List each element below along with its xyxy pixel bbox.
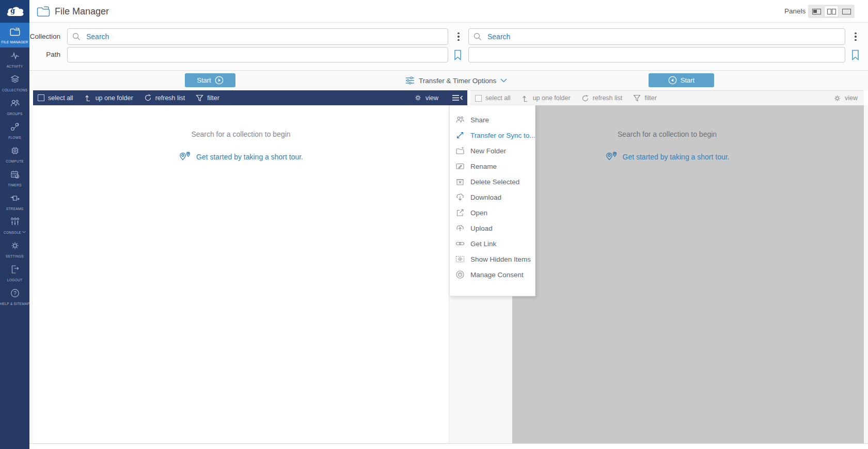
rename-icon [455, 162, 465, 171]
streams-icon [10, 193, 20, 205]
sidebar-item-label: CONSOLE [4, 231, 21, 234]
path-input-right[interactable] [468, 47, 845, 62]
refresh-list-label: refresh list [155, 94, 185, 102]
open-icon [455, 208, 465, 217]
transfer-timer-options-toggle[interactable]: Transfer & Timer Options [405, 71, 507, 90]
filter-button-left[interactable]: filter [196, 94, 219, 102]
sidebar: g FILE MANAGER ACTIVITY [0, 0, 29, 449]
menu-item-label: Get Link [470, 240, 496, 248]
main-area: File Manager Panels Collection Path [29, 0, 868, 449]
menu-item-delete-selected[interactable]: Delete Selected [450, 174, 535, 189]
chevron-down-icon [500, 78, 507, 83]
sidebar-item-streams[interactable]: STREAMS [0, 190, 29, 214]
refresh-list-label: refresh list [593, 94, 623, 102]
up-one-folder-label: up one folder [96, 94, 133, 102]
chip-icon [10, 146, 20, 158]
sidebar-item-groups[interactable]: GROUPS [0, 95, 29, 119]
sidebar-item-timers[interactable]: TIMERS [0, 166, 29, 190]
collapse-action-menu-button[interactable] [452, 94, 463, 101]
refresh-list-button-left[interactable]: refresh list [144, 94, 185, 102]
share-icon [455, 115, 465, 124]
sidebar-item-settings[interactable]: SETTINGS [0, 237, 29, 261]
up-one-folder-label: up one folder [533, 94, 571, 102]
play-left-icon [668, 76, 677, 85]
select-all-label: select all [485, 94, 511, 102]
up-one-folder-button-left[interactable]: up one folder [84, 94, 133, 102]
checkbox-icon [38, 94, 44, 101]
menu-item-get-link[interactable]: Get Link [450, 236, 535, 251]
view-label: view [425, 94, 438, 102]
menu-item-open[interactable]: Open [450, 205, 535, 220]
collection-search-input-left[interactable] [67, 28, 448, 45]
collection-options-menu-left[interactable] [454, 28, 463, 45]
sidebar-item-file-manager[interactable]: FILE MANAGER [0, 23, 29, 47]
menu-item-rename[interactable]: Rename [450, 158, 535, 174]
sidebar-item-compute[interactable]: COMPUTE [0, 142, 29, 166]
up-folder-icon [84, 94, 92, 102]
panel-layout-single-right-button[interactable] [840, 6, 853, 17]
sidebar-item-activity[interactable]: ACTIVITY [0, 47, 29, 71]
menu-item-new-folder[interactable]: New Folder [450, 143, 535, 158]
transfer-bar: Start Transfer & Timer Options [29, 71, 868, 90]
left-file-panel: Search for a collection to begin Get sta… [33, 105, 449, 443]
menu-item-label: Open [470, 209, 487, 217]
select-all-label: select all [48, 94, 73, 102]
sidebar-item-collections[interactable]: COLLECTIONS [0, 71, 29, 95]
refresh-icon [581, 94, 589, 102]
start-button-label: Start [197, 76, 211, 84]
sidebar-item-help[interactable]: ? HELP & SITEMAP [0, 285, 29, 309]
menu-item-download[interactable]: Download [450, 189, 535, 205]
path-input-left[interactable] [67, 47, 448, 62]
select-all-button-left[interactable]: select all [38, 94, 73, 102]
bookmark-icon-right[interactable] [850, 47, 860, 62]
panel-layout-single-left-button[interactable] [810, 6, 823, 17]
left-empty-state: Search for a collection to begin Get sta… [33, 105, 449, 162]
menu-item-label: Delete Selected [470, 178, 519, 186]
filter-label: filter [207, 94, 219, 102]
panel-layout-double-button[interactable] [825, 6, 838, 17]
refresh-list-button-right[interactable]: refresh list [581, 94, 623, 102]
single-panel-icon [842, 9, 851, 14]
menu-item-share[interactable]: Share [450, 112, 535, 127]
sidebar-item-console[interactable]: CONSOLE [0, 214, 29, 237]
gear-icon [833, 94, 841, 102]
start-transfer-left-button[interactable]: Start [185, 73, 235, 87]
menu-item-upload[interactable]: Upload [450, 220, 535, 236]
sidebar-item-label: ACTIVITY [7, 65, 23, 68]
tour-link-left[interactable]: Get started by taking a short tour. [33, 152, 449, 162]
menu-item-label: Show Hidden Items [470, 255, 531, 263]
sidebar-item-logout[interactable]: LOGOUT [0, 261, 29, 285]
view-button-left[interactable]: view [414, 94, 438, 102]
svg-text:?: ? [13, 290, 17, 296]
menu-item-manage-consent[interactable]: Manage Consent [450, 267, 535, 282]
sidebar-item-label: LOGOUT [7, 278, 22, 282]
menu-item-transfer-or-sync[interactable]: Transfer or Sync to... [450, 127, 535, 143]
collection-search-input-right[interactable] [468, 28, 845, 45]
sidebar-item-label: SETTINGS [6, 254, 24, 258]
sidebar-item-flows[interactable]: FLOWS [0, 119, 29, 142]
start-transfer-right-button[interactable]: Start [649, 73, 714, 87]
menu-item-label: Transfer or Sync to... [470, 132, 535, 139]
filter-button-right[interactable]: filter [633, 94, 657, 102]
search-icon [473, 32, 482, 41]
single-panel-icon [812, 9, 821, 14]
menu-item-label: Rename [470, 163, 497, 170]
collection-options-menu-right[interactable] [851, 28, 860, 45]
funnel-icon [196, 94, 203, 102]
sidebar-item-label: STREAMS [6, 207, 24, 211]
menu-item-show-hidden-items[interactable]: Show Hidden Items [450, 251, 535, 267]
file-manager-app: g FILE MANAGER ACTIVITY [0, 0, 868, 449]
bookmark-icon-left[interactable] [453, 47, 462, 62]
up-one-folder-button-right[interactable]: up one folder [522, 94, 571, 102]
calendar-clock-icon [10, 169, 20, 182]
people-icon [10, 98, 20, 110]
view-button-right[interactable]: view [833, 94, 858, 102]
tour-link-label: Get started by taking a short tour. [623, 153, 730, 161]
select-all-button-right[interactable]: select all [475, 94, 511, 102]
globus-logo[interactable]: g [0, 0, 29, 23]
menu-item-label: Download [470, 194, 501, 201]
start-button-label: Start [681, 76, 695, 84]
svg-text:g: g [10, 7, 15, 14]
flows-icon [10, 122, 20, 134]
sidebar-item-label: HELP & SITEMAP [0, 302, 29, 306]
